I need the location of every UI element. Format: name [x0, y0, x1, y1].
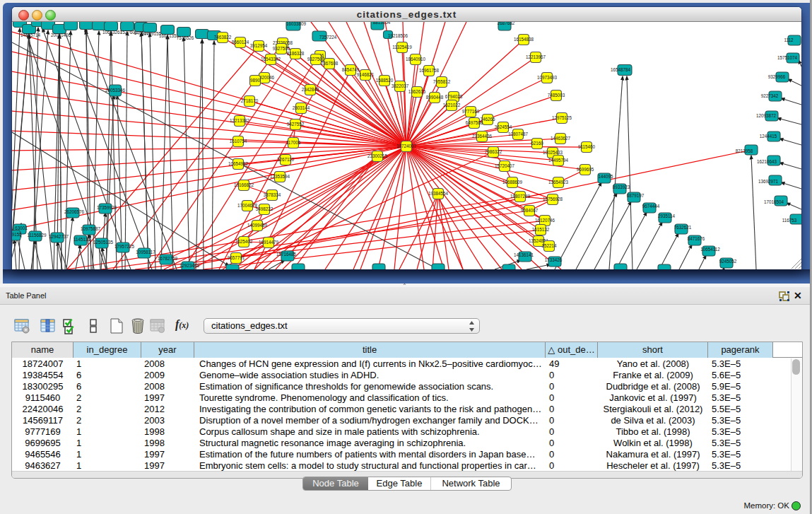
- svg-text:7986322: 7986322: [485, 149, 502, 154]
- svg-text:9084067: 9084067: [521, 208, 539, 213]
- svg-text:10654112: 10654112: [700, 247, 720, 252]
- svg-text:1244415: 1244415: [760, 134, 777, 139]
- svg-text:9699695: 9699695: [577, 167, 594, 172]
- svg-text:9427552: 9427552: [287, 122, 305, 127]
- svg-text:13654923: 13654923: [548, 180, 569, 185]
- svg-text:12353594: 12353594: [270, 174, 290, 179]
- svg-text:3878334: 3878334: [264, 192, 281, 197]
- svg-text:16782759: 16782759: [158, 256, 178, 261]
- svg-text:8660124: 8660124: [232, 40, 249, 45]
- svg-text:1733426: 1733426: [545, 257, 563, 262]
- svg-text:6497568: 6497568: [466, 120, 483, 125]
- svg-text:9227342: 9227342: [761, 93, 779, 98]
- svg-text:9329966: 9329966: [768, 74, 786, 79]
- svg-text:15756928: 15756928: [543, 197, 563, 201]
- svg-text:3822037: 3822037: [392, 83, 409, 88]
- svg-text:252214: 252214: [541, 243, 557, 248]
- svg-text:117006: 117006: [286, 140, 301, 145]
- svg-text:11325419: 11325419: [392, 45, 412, 49]
- svg-text:62160: 62160: [531, 141, 543, 146]
- svg-text:8454749: 8454749: [342, 67, 360, 72]
- svg-text:8186328: 8186328: [287, 51, 305, 56]
- svg-text:15751074: 15751074: [777, 55, 798, 60]
- svg-text:16210643: 16210643: [757, 159, 777, 164]
- svg-text:7463822: 7463822: [214, 35, 232, 40]
- svg-text:5498222: 5498222: [256, 206, 273, 211]
- svg-text:26206576: 26206576: [64, 209, 85, 214]
- svg-text:17957225: 17957225: [114, 244, 135, 249]
- svg-text:12975125: 12975125: [552, 115, 572, 120]
- svg-text:8471676: 8471676: [688, 236, 705, 241]
- svg-text:15716485: 15716485: [276, 252, 297, 257]
- svg-text:16543342: 16543342: [261, 57, 281, 62]
- svg-text:8213958: 8213958: [736, 148, 753, 153]
- svg-text:3267110: 3267110: [277, 157, 295, 162]
- svg-text:16914479: 16914479: [259, 240, 279, 245]
- svg-text:6794028: 6794028: [445, 94, 463, 99]
- svg-text:1145131: 1145131: [73, 237, 91, 242]
- svg-text:144095: 144095: [598, 174, 613, 179]
- svg-text:20091406: 20091406: [51, 33, 71, 37]
- svg-text:18807249: 18807249: [510, 194, 531, 199]
- svg-text:11156829: 11156829: [27, 233, 47, 238]
- svg-text:116753: 116753: [782, 218, 797, 223]
- svg-text:9146821: 9146821: [357, 72, 375, 77]
- svg-text:18724007: 18724007: [396, 144, 417, 148]
- svg-text:10973493: 10973493: [537, 75, 558, 80]
- svg-text:6879197: 6879197: [627, 193, 645, 198]
- svg-text:19384554: 19384554: [428, 191, 449, 196]
- svg-text:14463627: 14463627: [551, 136, 571, 141]
- svg-text:8990448: 8990448: [426, 95, 444, 100]
- svg-text:16961758: 16961758: [419, 68, 440, 73]
- svg-text:9115460: 9115460: [578, 144, 596, 149]
- svg-text:1112: 1112: [784, 37, 794, 42]
- svg-text:39155: 39155: [12, 232, 22, 237]
- svg-text:10688609: 10688609: [502, 180, 523, 185]
- svg-text:14136141: 14136141: [514, 252, 534, 257]
- svg-text:2687682: 2687682: [498, 22, 515, 25]
- svg-text:19218506: 19218506: [388, 33, 408, 38]
- svg-text:9777169: 9777169: [462, 109, 480, 114]
- svg-text:7357224: 7357224: [319, 35, 337, 40]
- svg-text:12505135: 12505135: [93, 240, 114, 245]
- svg-text:21364436: 21364436: [472, 134, 493, 139]
- svg-text:20053346: 20053346: [105, 88, 126, 93]
- svg-text:14055714: 14055714: [20, 33, 41, 37]
- svg-text:14495794: 14495794: [548, 158, 569, 163]
- svg-text:63001: 63001: [15, 226, 28, 230]
- svg-text:16033809: 16033809: [286, 22, 307, 26]
- svg-text:13692971: 13692971: [758, 179, 779, 184]
- svg-text:12213967: 12213967: [526, 54, 546, 59]
- svg-text:12923448: 12923448: [180, 263, 200, 268]
- svg-text:1362615: 1362615: [408, 89, 426, 94]
- svg-text:9245052: 9245052: [719, 259, 737, 264]
- svg-text:3624554: 3624554: [495, 124, 512, 129]
- svg-text:7515526: 7515526: [177, 35, 194, 40]
- svg-text:17016504: 17016504: [764, 199, 784, 204]
- svg-text:7485003: 7485003: [548, 93, 565, 98]
- svg-text:8813054: 8813054: [373, 22, 391, 25]
- svg-text:15720407: 15720407: [495, 163, 515, 168]
- svg-text:1621022: 1621022: [443, 103, 461, 107]
- svg-text:2367608: 2367608: [321, 61, 339, 66]
- svg-text:18640910: 18640910: [406, 57, 426, 62]
- svg-text:23300215: 23300215: [367, 153, 388, 158]
- svg-text:17004678: 17004678: [237, 203, 258, 208]
- svg-text:12213382: 12213382: [230, 118, 250, 123]
- svg-text:1615132: 1615132: [532, 227, 550, 232]
- svg-text:7955812: 7955812: [433, 79, 451, 84]
- svg-text:10654982: 10654982: [228, 161, 249, 166]
- svg-text:2718170: 2718170: [241, 98, 259, 103]
- svg-text:3912954: 3912954: [250, 43, 268, 48]
- svg-text:19166822: 19166822: [234, 182, 254, 187]
- svg-text:12093872: 12093872: [756, 113, 777, 118]
- svg-text:16548784: 16548784: [611, 67, 631, 72]
- svg-text:17359928: 17359928: [97, 205, 117, 210]
- svg-text:16154838: 16154838: [514, 37, 534, 42]
- svg-text:2342848: 2342848: [302, 87, 319, 92]
- svg-text:10975887: 10975887: [81, 226, 101, 231]
- svg-text:12942737: 12942737: [49, 234, 69, 239]
- svg-text:14099489: 14099489: [247, 223, 268, 228]
- svg-text:7625402: 7625402: [235, 239, 253, 244]
- svg-text:8933923: 8933923: [613, 185, 630, 189]
